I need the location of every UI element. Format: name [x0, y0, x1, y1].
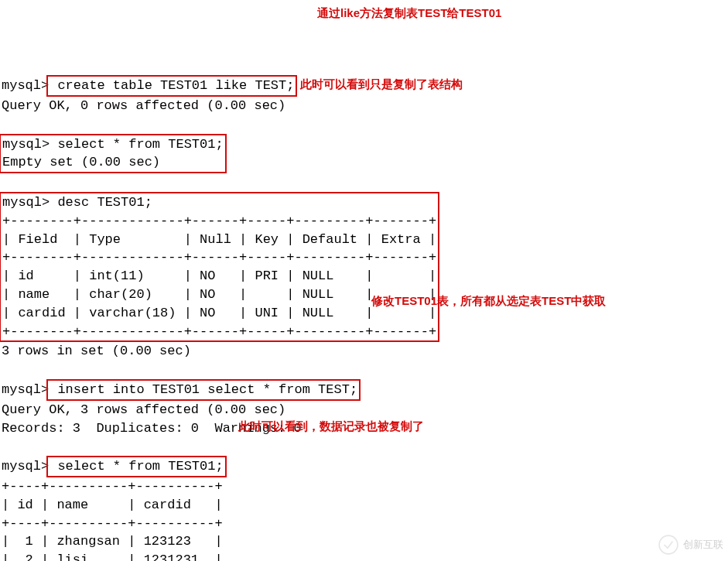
block-select-empty: mysql> select * from TEST01; Empty set (… — [0, 134, 227, 174]
annotation-3: 修改TEST01表，所有都从选定表TEST中获取 — [371, 292, 606, 309]
watermark-icon — [658, 535, 678, 555]
result-desc: 3 rows in set (0.00 sec) — [2, 344, 191, 358]
cmd-select-2: select * from TEST01; — [46, 456, 226, 477]
result-create: Query OK, 0 rows affected (0.00 sec) — [2, 98, 285, 113]
block-desc: mysql> desc TEST01; +--------+----------… — [0, 192, 439, 342]
select2-table-output: +----+----------+----------+ | id | name… — [2, 479, 223, 561]
annotation-4: 此时可以看到，数据记录也被复制了 — [238, 418, 424, 434]
result-insert-1: Query OK, 3 rows affected (0.00 sec) — [2, 402, 285, 417]
annotation-2: 此时可以看到只是复制了表结构 — [300, 76, 463, 92]
desc-table-output: +--------+-------------+------+-----+---… — [2, 214, 436, 339]
svg-point-0 — [659, 535, 678, 554]
watermark: 创新互联 — [658, 535, 723, 555]
mysql-prompt: mysql> — [2, 78, 49, 93]
cmd-create-table: create table TEST01 like TEST; — [46, 75, 297, 97]
cmd-insert: insert into TEST01 select * from TEST; — [46, 379, 361, 401]
mysql-prompt: mysql> — [2, 459, 49, 474]
mysql-prompt: mysql> — [2, 382, 49, 397]
annotation-1: 通过like方法复制表TEST给TEST01 — [317, 5, 501, 21]
